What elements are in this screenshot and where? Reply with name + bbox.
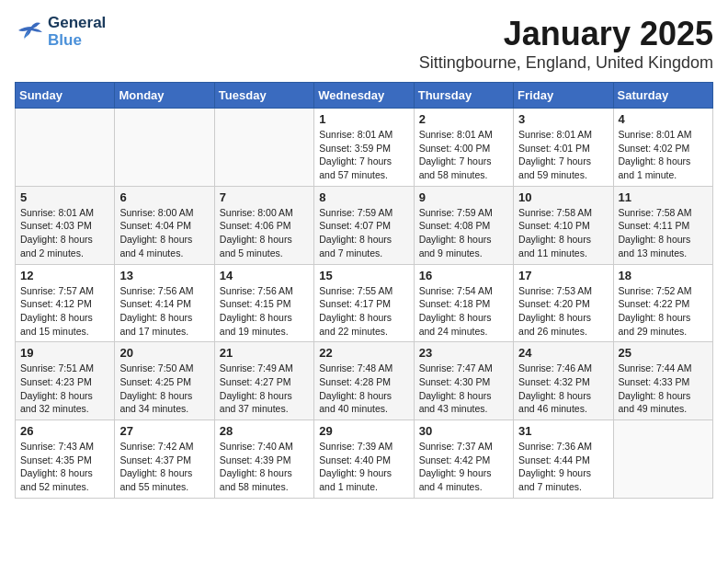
calendar-cell <box>214 109 313 187</box>
calendar-cell: 24Sunrise: 7:46 AM Sunset: 4:32 PM Dayli… <box>514 342 613 420</box>
calendar-week-2: 5Sunrise: 8:01 AM Sunset: 4:03 PM Daylig… <box>16 186 713 264</box>
calendar-cell: 3Sunrise: 8:01 AM Sunset: 4:01 PM Daylig… <box>514 109 613 187</box>
day-info: Sunrise: 7:59 AM Sunset: 4:08 PM Dayligh… <box>419 206 508 260</box>
day-number: 19 <box>20 346 109 360</box>
day-info: Sunrise: 7:51 AM Sunset: 4:23 PM Dayligh… <box>20 362 109 416</box>
day-number: 3 <box>518 112 608 126</box>
day-info: Sunrise: 8:01 AM Sunset: 4:00 PM Dayligh… <box>419 128 508 182</box>
day-number: 16 <box>419 269 508 282</box>
day-number: 28 <box>220 424 309 438</box>
calendar-cell: 28Sunrise: 7:40 AM Sunset: 4:39 PM Dayli… <box>214 420 313 499</box>
calendar-cell: 25Sunrise: 7:44 AM Sunset: 4:33 PM Dayli… <box>613 342 712 420</box>
calendar-cell: 15Sunrise: 7:55 AM Sunset: 4:17 PM Dayli… <box>314 264 414 342</box>
day-info: Sunrise: 8:00 AM Sunset: 4:06 PM Dayligh… <box>220 206 309 260</box>
weekday-header-thursday: Thursday <box>414 83 513 109</box>
day-number: 23 <box>419 346 508 360</box>
calendar-cell: 6Sunrise: 8:00 AM Sunset: 4:04 PM Daylig… <box>115 186 214 264</box>
calendar-cell: 30Sunrise: 7:37 AM Sunset: 4:42 PM Dayli… <box>414 420 513 499</box>
calendar-cell: 7Sunrise: 8:00 AM Sunset: 4:06 PM Daylig… <box>214 186 313 264</box>
calendar-cell: 19Sunrise: 7:51 AM Sunset: 4:23 PM Dayli… <box>16 342 115 420</box>
day-number: 29 <box>319 424 408 438</box>
day-number: 8 <box>319 190 408 204</box>
day-number: 12 <box>20 269 109 282</box>
calendar-cell: 4Sunrise: 8:01 AM Sunset: 4:02 PM Daylig… <box>613 109 712 187</box>
logo: General Blue <box>15 15 106 49</box>
day-info: Sunrise: 7:53 AM Sunset: 4:20 PM Dayligh… <box>518 284 608 339</box>
calendar-cell: 17Sunrise: 7:53 AM Sunset: 4:20 PM Dayli… <box>514 264 613 342</box>
day-number: 9 <box>419 190 508 204</box>
weekday-header-monday: Monday <box>115 83 214 109</box>
calendar-cell: 21Sunrise: 7:49 AM Sunset: 4:27 PM Dayli… <box>214 342 313 420</box>
day-number: 1 <box>319 112 408 126</box>
day-number: 10 <box>518 190 608 204</box>
month-title: January 2025 <box>419 15 713 53</box>
day-info: Sunrise: 7:37 AM Sunset: 4:42 PM Dayligh… <box>419 440 508 494</box>
day-number: 18 <box>619 269 708 282</box>
calendar-cell <box>115 109 214 187</box>
day-info: Sunrise: 7:58 AM Sunset: 4:11 PM Dayligh… <box>619 206 708 260</box>
day-info: Sunrise: 7:40 AM Sunset: 4:39 PM Dayligh… <box>220 440 309 494</box>
day-number: 5 <box>20 190 109 204</box>
day-number: 22 <box>319 346 408 360</box>
day-number: 4 <box>619 112 708 126</box>
day-info: Sunrise: 7:52 AM Sunset: 4:22 PM Dayligh… <box>619 284 708 339</box>
calendar-cell: 10Sunrise: 7:58 AM Sunset: 4:10 PM Dayli… <box>514 186 613 264</box>
calendar-week-5: 26Sunrise: 7:43 AM Sunset: 4:35 PM Dayli… <box>16 420 713 499</box>
day-info: Sunrise: 8:01 AM Sunset: 4:03 PM Dayligh… <box>20 206 109 260</box>
calendar-cell: 22Sunrise: 7:48 AM Sunset: 4:28 PM Dayli… <box>314 342 414 420</box>
calendar-cell: 2Sunrise: 8:01 AM Sunset: 4:00 PM Daylig… <box>414 109 513 187</box>
day-info: Sunrise: 7:56 AM Sunset: 4:15 PM Dayligh… <box>220 284 309 339</box>
calendar-cell: 12Sunrise: 7:57 AM Sunset: 4:12 PM Dayli… <box>16 264 115 342</box>
day-info: Sunrise: 7:43 AM Sunset: 4:35 PM Dayligh… <box>20 440 109 494</box>
calendar-cell <box>16 109 115 187</box>
day-info: Sunrise: 7:54 AM Sunset: 4:18 PM Dayligh… <box>419 284 508 339</box>
calendar-cell: 29Sunrise: 7:39 AM Sunset: 4:40 PM Dayli… <box>314 420 414 499</box>
header: General Blue January 2025 Sittingbourne,… <box>15 15 713 73</box>
day-info: Sunrise: 7:44 AM Sunset: 4:33 PM Dayligh… <box>619 362 708 416</box>
weekday-header-tuesday: Tuesday <box>214 83 313 109</box>
day-number: 27 <box>119 424 209 438</box>
weekday-header-row: SundayMondayTuesdayWednesdayThursdayFrid… <box>16 83 713 109</box>
weekday-header-saturday: Saturday <box>613 83 712 109</box>
calendar-week-1: 1Sunrise: 8:01 AM Sunset: 3:59 PM Daylig… <box>16 109 713 187</box>
title-area: January 2025 Sittingbourne, England, Uni… <box>419 15 713 73</box>
day-number: 25 <box>619 346 708 360</box>
day-info: Sunrise: 7:42 AM Sunset: 4:37 PM Dayligh… <box>119 440 209 494</box>
day-info: Sunrise: 7:39 AM Sunset: 4:40 PM Dayligh… <box>319 440 408 494</box>
day-number: 2 <box>419 112 508 126</box>
logo-icon <box>15 19 44 45</box>
calendar-cell: 1Sunrise: 8:01 AM Sunset: 3:59 PM Daylig… <box>314 109 414 187</box>
day-number: 13 <box>119 269 209 282</box>
calendar-cell: 9Sunrise: 7:59 AM Sunset: 4:08 PM Daylig… <box>414 186 513 264</box>
day-info: Sunrise: 7:57 AM Sunset: 4:12 PM Dayligh… <box>20 284 109 339</box>
day-number: 6 <box>119 190 209 204</box>
logo-text: General Blue <box>48 15 106 49</box>
day-info: Sunrise: 7:36 AM Sunset: 4:44 PM Dayligh… <box>518 440 608 494</box>
calendar-cell: 20Sunrise: 7:50 AM Sunset: 4:25 PM Dayli… <box>115 342 214 420</box>
day-info: Sunrise: 7:49 AM Sunset: 4:27 PM Dayligh… <box>220 362 309 416</box>
day-info: Sunrise: 8:01 AM Sunset: 3:59 PM Dayligh… <box>319 128 408 182</box>
day-info: Sunrise: 8:01 AM Sunset: 4:02 PM Dayligh… <box>619 128 708 182</box>
weekday-header-friday: Friday <box>514 83 613 109</box>
calendar-cell: 14Sunrise: 7:56 AM Sunset: 4:15 PM Dayli… <box>214 264 313 342</box>
day-number: 21 <box>220 346 309 360</box>
day-number: 26 <box>20 424 109 438</box>
calendar-cell: 31Sunrise: 7:36 AM Sunset: 4:44 PM Dayli… <box>514 420 613 499</box>
day-info: Sunrise: 7:48 AM Sunset: 4:28 PM Dayligh… <box>319 362 408 416</box>
weekday-header-sunday: Sunday <box>16 83 115 109</box>
day-info: Sunrise: 7:59 AM Sunset: 4:07 PM Dayligh… <box>319 206 408 260</box>
day-number: 17 <box>518 269 608 282</box>
calendar-cell: 11Sunrise: 7:58 AM Sunset: 4:11 PM Dayli… <box>613 186 712 264</box>
day-number: 11 <box>619 190 708 204</box>
day-info: Sunrise: 7:58 AM Sunset: 4:10 PM Dayligh… <box>518 206 608 260</box>
day-info: Sunrise: 8:00 AM Sunset: 4:04 PM Dayligh… <box>119 206 209 260</box>
day-number: 30 <box>419 424 508 438</box>
calendar-cell: 13Sunrise: 7:56 AM Sunset: 4:14 PM Dayli… <box>115 264 214 342</box>
day-info: Sunrise: 8:01 AM Sunset: 4:01 PM Dayligh… <box>518 128 608 182</box>
calendar-cell: 23Sunrise: 7:47 AM Sunset: 4:30 PM Dayli… <box>414 342 513 420</box>
calendar-cell: 18Sunrise: 7:52 AM Sunset: 4:22 PM Dayli… <box>613 264 712 342</box>
day-number: 24 <box>518 346 608 360</box>
weekday-header-wednesday: Wednesday <box>314 83 414 109</box>
day-info: Sunrise: 7:47 AM Sunset: 4:30 PM Dayligh… <box>419 362 508 416</box>
day-number: 7 <box>220 190 309 204</box>
